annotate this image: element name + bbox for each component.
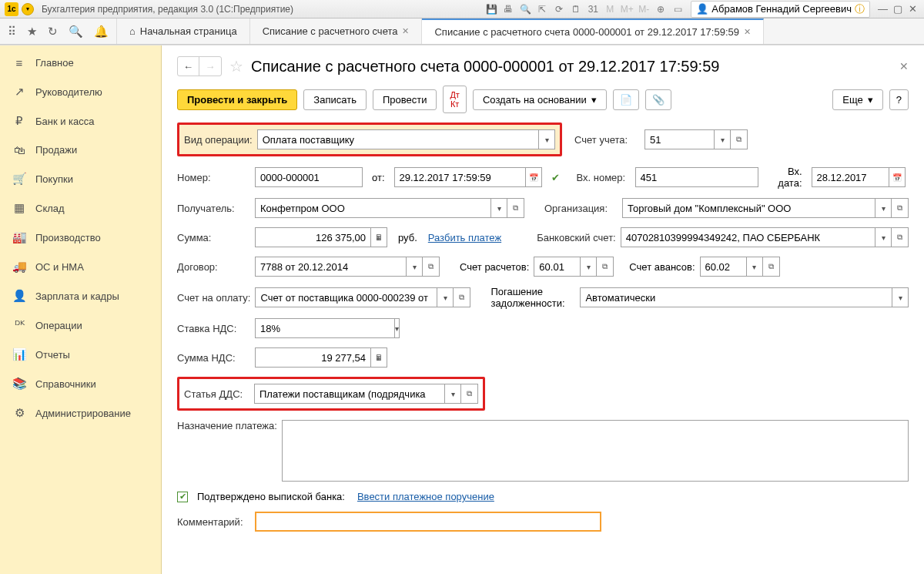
menu-dropdown-icon[interactable]: ▾ [22,3,34,15]
settlement-acc-input[interactable] [534,257,580,277]
advance-acc-input[interactable] [700,257,746,277]
sidebar-item-admin[interactable]: ⚙Администрирование [0,398,161,428]
purpose-textarea[interactable] [282,420,909,482]
user-bar[interactable]: 👤 Абрамов Геннадий Сергеевич ⓘ [691,1,870,18]
m-plus-icon[interactable]: M+ [620,2,634,16]
calc-icon[interactable]: 🖩 [370,227,387,247]
file-button[interactable]: 📄 [613,89,639,110]
dropdown-icon[interactable]: ▾ [875,227,892,247]
dropdown-icon[interactable]: ▾ [892,287,909,307]
favorite-star-icon[interactable]: ☆ [229,57,243,76]
contract-input[interactable] [255,257,406,277]
sidebar-item-bank[interactable]: ₽Банк и касса [0,106,161,136]
forward-icon[interactable]: → [199,57,221,76]
sidebar-item-warehouse[interactable]: ▦Склад [0,193,161,223]
calc-icon[interactable]: 🗒 [569,2,583,16]
history-icon[interactable]: ↻ [48,25,58,39]
in-date-input[interactable] [812,167,889,187]
preview-icon[interactable]: 🔍 [518,2,532,16]
post-button[interactable]: Провести [373,89,437,110]
help-button[interactable]: ? [889,89,909,110]
layout-icon[interactable]: ▭ [671,2,685,16]
sum-input[interactable] [255,227,370,247]
back-icon[interactable]: ← [178,57,199,76]
open-icon[interactable]: ⧉ [892,227,909,247]
account-input[interactable] [644,129,714,149]
bank-account-input[interactable] [621,227,875,247]
open-icon[interactable]: ⧉ [423,257,440,277]
minimize-icon[interactable]: — [878,3,889,15]
sidebar-item-purchases[interactable]: 🛒Покупки [0,164,161,193]
attach-button[interactable]: 📎 [645,89,671,110]
calendar-icon[interactable]: 📅 [525,167,542,187]
bell-icon[interactable]: 🔔 [94,25,109,39]
sidebar-item-assets[interactable]: 🚚ОС и НМА [0,252,161,281]
op-type-input[interactable] [257,129,538,149]
in-number-input[interactable] [635,167,758,187]
dropdown-icon[interactable]: ▾ [714,129,731,149]
apps-icon[interactable]: ⠿ [8,25,16,39]
debt-input[interactable] [580,287,892,307]
dropdown-icon[interactable]: ▾ [875,198,892,218]
print-icon[interactable]: 🖶 [501,2,515,16]
sidebar-item-manager[interactable]: ↗Руководителю [0,77,161,106]
info-icon[interactable]: ⓘ [855,2,865,16]
dropdown-icon[interactable]: ▾ [490,198,507,218]
maximize-icon[interactable]: ▢ [893,3,904,15]
export-icon[interactable]: ⇱ [535,2,549,16]
vat-rate-input[interactable] [255,318,394,338]
sidebar-item-sales[interactable]: 🛍Продажи [0,136,161,164]
star-icon[interactable]: ★ [27,25,37,39]
open-icon[interactable]: ⧉ [507,198,524,218]
more-button[interactable]: Еще ▾ [832,89,882,110]
dropdown-icon[interactable]: ▾ [538,129,555,149]
save-button[interactable]: Записать [303,89,367,110]
tab-home[interactable]: ⌂ Начальная страница [117,18,250,44]
create-based-button[interactable]: Создать на основании ▾ [473,89,607,110]
open-icon[interactable]: ⧉ [892,198,909,218]
open-icon[interactable]: ⧉ [731,129,748,149]
recipient-input[interactable] [255,198,490,218]
dropdown-icon[interactable]: ▾ [437,287,454,307]
tab-close-icon[interactable]: ✕ [744,27,751,37]
open-icon[interactable]: ⧉ [454,287,470,307]
calendar-icon[interactable]: 31 [586,2,600,16]
sidebar-item-operations[interactable]: ᴰᴷОперации [0,310,161,340]
vat-sum-input[interactable] [255,347,370,368]
calendar-icon[interactable]: 📅 [889,167,906,187]
tab-writeoff[interactable]: Списание с расчетного счета ✕ [250,18,423,44]
sidebar-item-payroll[interactable]: 👤Зарплата и кадры [0,281,161,310]
dds-input[interactable] [254,384,444,404]
tab-close-icon[interactable]: ✕ [402,26,409,36]
m-minus-icon[interactable]: M- [637,2,651,16]
dropdown-icon[interactable]: ▾ [406,257,423,277]
refresh-icon[interactable]: ⟳ [552,2,566,16]
open-icon[interactable]: ⧉ [461,384,478,404]
post-and-close-button[interactable]: Провести и закрыть [177,89,297,110]
dropdown-icon[interactable]: ▾ [444,384,461,404]
confirmed-checkbox[interactable]: ✔ [177,492,188,502]
sidebar-item-main[interactable]: ≡Главное [0,49,161,77]
open-icon[interactable]: ⧉ [597,257,614,277]
split-payment-link[interactable]: Разбить платеж [428,232,501,243]
tab-writeoff-doc[interactable]: Списание с расчетного счета 0000-000001 … [422,18,763,44]
comment-input[interactable] [255,512,601,532]
dropdown-icon[interactable]: ▾ [746,257,763,277]
open-icon[interactable]: ⧉ [763,257,780,277]
enter-order-link[interactable]: Ввести платежное поручение [357,491,494,502]
sidebar-item-reports[interactable]: 📊Отчеты [0,340,161,369]
calc-icon[interactable]: 🖩 [370,347,387,368]
dtkt-button[interactable]: ДтКт [443,86,467,113]
zoom-icon[interactable]: ⊕ [654,2,668,16]
close-icon[interactable]: ✕ [909,3,919,15]
invoice-input[interactable] [255,287,437,307]
page-close-icon[interactable]: ✕ [899,60,909,72]
org-input[interactable] [622,198,875,218]
dropdown-icon[interactable]: ▾ [580,257,597,277]
sidebar-item-production[interactable]: 🏭Производство [0,223,161,252]
number-input[interactable] [255,167,363,187]
m-icon[interactable]: M [603,2,617,16]
save-icon[interactable]: 💾 [484,2,498,16]
search-icon[interactable]: 🔍 [69,25,83,39]
sidebar-item-reference[interactable]: 📚Справочники [0,369,161,398]
